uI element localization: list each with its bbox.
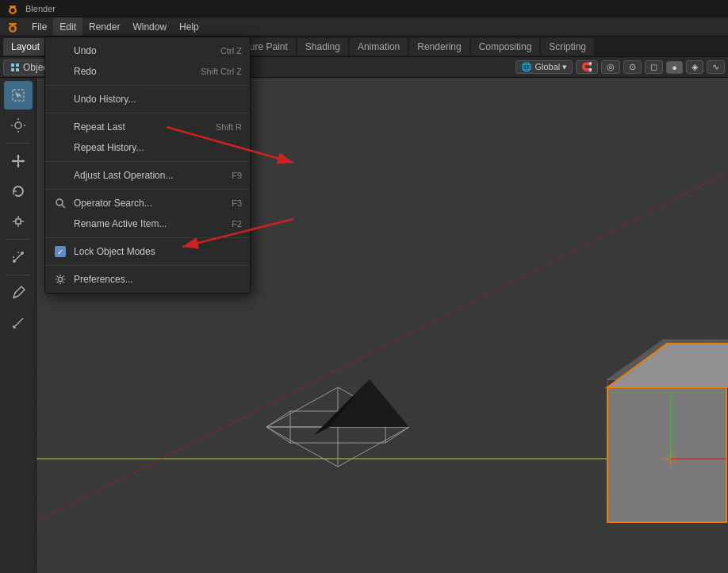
render-menu-item[interactable]: Render — [82, 17, 126, 36]
title-bar: Blender — [0, 0, 728, 17]
separator-6 — [45, 265, 250, 266]
shading-material[interactable]: ◈ — [686, 60, 703, 74]
shading-solid[interactable]: ● — [666, 61, 683, 74]
toolbar-divider-1 — [6, 143, 30, 144]
rotate-tool[interactable] — [4, 177, 33, 206]
help-menu-item[interactable]: Help — [173, 17, 205, 36]
proportional-btn[interactable]: ◎ — [601, 60, 620, 74]
repeat-last-shortcut: Shift R — [216, 122, 242, 132]
svg-rect-8 — [11, 68, 14, 71]
adjust-last-item[interactable]: Adjust Last Operation... F9 — [45, 165, 250, 186]
operator-search-item[interactable]: Operator Search... F3 — [45, 193, 250, 213]
svg-rect-16 — [16, 219, 21, 224]
svg-rect-7 — [16, 63, 19, 67]
toolbar-divider-2 — [6, 239, 30, 240]
tab-animation[interactable]: Animation — [350, 38, 408, 56]
file-menu-item[interactable]: File — [25, 17, 53, 36]
svg-point-22 — [21, 252, 24, 255]
svg-point-2 — [11, 8, 15, 12]
undo-label: Undo — [74, 45, 214, 56]
undo-item[interactable]: Undo Ctrl Z — [45, 40, 250, 61]
operator-search-shortcut: F3 — [232, 198, 242, 208]
tab-rendering[interactable]: Rendering — [409, 38, 469, 56]
svg-point-11 — [15, 122, 21, 129]
rename-label: Rename Active Item... — [74, 218, 225, 229]
svg-point-93 — [59, 278, 63, 282]
repeat-history-label: Repeat History... — [74, 142, 236, 153]
tab-shading[interactable]: Shading — [297, 38, 348, 56]
rename-shortcut: F2 — [232, 219, 242, 229]
move-tool[interactable] — [4, 147, 33, 175]
edit-menu-item[interactable]: Edit — [53, 17, 82, 36]
preferences-item[interactable]: Preferences... — [45, 269, 250, 290]
svg-rect-83 — [607, 387, 726, 522]
svg-point-21 — [13, 260, 16, 263]
left-toolbar — [0, 78, 36, 573]
toolbar-divider-3 — [6, 275, 30, 275]
svg-rect-4 — [9, 23, 17, 25]
svg-rect-6 — [11, 63, 14, 67]
title-text: Blender — [25, 4, 56, 13]
tab-layout[interactable]: Layout — [3, 38, 48, 56]
check-icon: ✓ — [53, 246, 67, 257]
shading-rendered[interactable]: ∿ — [707, 60, 725, 74]
select-tool[interactable] — [4, 81, 33, 110]
undo-shortcut: Ctrl Z — [220, 46, 242, 56]
adjust-last-shortcut: F9 — [232, 171, 242, 180]
tab-scripting[interactable]: Scripting — [541, 38, 594, 56]
search-icon — [53, 198, 67, 209]
undo-history-item[interactable]: Undo History... — [45, 89, 250, 110]
separator-4 — [45, 189, 250, 190]
window-menu-item[interactable]: Window — [126, 17, 173, 36]
redo-label: Redo — [74, 66, 194, 77]
xray-btn[interactable]: ◻ — [645, 60, 663, 74]
svg-rect-9 — [16, 68, 19, 71]
lock-modes-label: Lock Object Modes — [74, 246, 236, 257]
snap-btn[interactable]: 🧲 — [576, 60, 598, 74]
repeat-last-label: Repeat Last — [74, 121, 209, 133]
svg-rect-1 — [10, 6, 16, 7]
svg-point-5 — [11, 26, 15, 30]
svg-line-92 — [62, 205, 65, 208]
repeat-last-item[interactable]: Repeat Last Shift R — [45, 117, 250, 137]
scale-tool[interactable] — [4, 207, 33, 236]
menu-bar: File Edit Render Window Help — [0, 17, 728, 37]
tab-compositing[interactable]: Compositing — [471, 38, 540, 56]
separator-1 — [45, 85, 250, 86]
svg-point-91 — [56, 199, 63, 206]
repeat-history-item[interactable]: Repeat History... — [45, 137, 250, 158]
overlays-btn[interactable]: ⊙ — [623, 60, 642, 74]
operator-search-label: Operator Search... — [74, 198, 225, 209]
blender-logo-icon — [6, 2, 19, 15]
redo-shortcut: Shift Ctrl Z — [201, 67, 242, 76]
separator-5 — [45, 237, 250, 238]
edit-dropdown-menu: Undo Ctrl Z Redo Shift Ctrl Z Undo Histo… — [44, 37, 251, 294]
viewport-controls-right: 🌐 Global ▾ 🧲 ◎ ⊙ ◻ ● ◈ ∿ — [515, 60, 725, 74]
separator-3 — [45, 161, 250, 162]
svg-line-23 — [13, 318, 23, 328]
rename-item[interactable]: Rename Active Item... F2 — [45, 213, 250, 234]
global-dropdown[interactable]: 🌐 Global ▾ — [515, 60, 573, 74]
redo-item[interactable]: Redo Shift Ctrl Z — [45, 61, 250, 82]
lock-modes-item[interactable]: ✓ Lock Object Modes — [45, 241, 250, 262]
preferences-label: Preferences... — [74, 274, 236, 285]
undo-history-label: Undo History... — [74, 94, 236, 105]
separator-2 — [45, 113, 250, 113]
cursor-tool[interactable] — [4, 111, 33, 140]
blender-menu[interactable] — [0, 17, 25, 36]
gear-icon — [53, 274, 67, 285]
adjust-last-label: Adjust Last Operation... — [74, 170, 225, 181]
annotate-tool[interactable] — [4, 279, 33, 307]
transform-tool[interactable] — [4, 243, 33, 271]
measure-tool[interactable] — [4, 309, 33, 337]
